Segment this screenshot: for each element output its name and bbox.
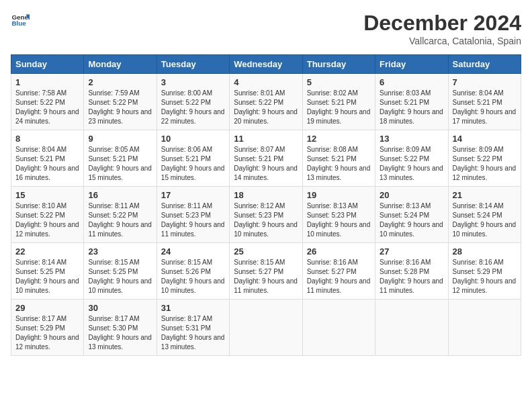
day-info: Sunrise: 8:11 AMSunset: 5:23 PMDaylight:… [161, 201, 225, 239]
table-row: 29Sunrise: 8:17 AMSunset: 5:29 PMDayligh… [11, 300, 84, 356]
title-area: December 2024 Vallcarca, Catalonia, Spai… [363, 11, 521, 46]
day-info: Sunrise: 8:08 AMSunset: 5:21 PMDaylight:… [307, 145, 371, 183]
day-number: 13 [380, 134, 443, 144]
day-number: 18 [234, 190, 298, 200]
day-number: 7 [453, 77, 517, 87]
header-thursday: Thursday [302, 55, 375, 74]
day-number: 28 [453, 246, 517, 257]
table-row: 24Sunrise: 8:15 AMSunset: 5:26 PMDayligh… [157, 243, 229, 300]
day-number: 11 [234, 134, 298, 144]
day-info: Sunrise: 8:10 AMSunset: 5:22 PMDaylight:… [15, 201, 79, 239]
day-info: Sunrise: 8:07 AMSunset: 5:21 PMDaylight:… [234, 145, 298, 183]
day-number: 15 [15, 190, 79, 200]
day-info: Sunrise: 8:17 AMSunset: 5:29 PMDaylight:… [15, 314, 79, 352]
day-number: 1 [15, 77, 79, 87]
table-row [448, 300, 521, 356]
day-info: Sunrise: 7:59 AMSunset: 5:22 PMDaylight:… [88, 89, 152, 126]
day-number: 27 [380, 246, 443, 257]
day-number: 16 [88, 190, 152, 200]
header-saturday: Saturday [448, 55, 521, 74]
table-row: 19Sunrise: 8:13 AMSunset: 5:23 PMDayligh… [302, 187, 375, 243]
table-row: 15Sunrise: 8:10 AMSunset: 5:22 PMDayligh… [11, 187, 84, 243]
logo: General Blue [11, 11, 30, 30]
table-row: 23Sunrise: 8:15 AMSunset: 5:25 PMDayligh… [84, 243, 157, 300]
calendar-week-row: 29Sunrise: 8:17 AMSunset: 5:29 PMDayligh… [11, 300, 521, 356]
day-info: Sunrise: 8:01 AMSunset: 5:22 PMDaylight:… [234, 89, 298, 126]
day-number: 12 [307, 134, 371, 144]
day-number: 8 [15, 134, 79, 144]
day-number: 17 [161, 190, 225, 200]
day-info: Sunrise: 8:12 AMSunset: 5:23 PMDaylight:… [234, 201, 298, 239]
day-info: Sunrise: 7:58 AMSunset: 5:22 PMDaylight:… [15, 89, 79, 126]
table-row: 17Sunrise: 8:11 AMSunset: 5:23 PMDayligh… [157, 187, 229, 243]
day-number: 25 [234, 246, 298, 257]
day-number: 14 [453, 134, 517, 144]
calendar-week-row: 1Sunrise: 7:58 AMSunset: 5:22 PMDaylight… [11, 74, 521, 130]
day-number: 30 [88, 303, 152, 313]
location: Vallcarca, Catalonia, Spain [363, 36, 521, 46]
day-info: Sunrise: 8:00 AMSunset: 5:22 PMDaylight:… [161, 89, 225, 126]
table-row: 9Sunrise: 8:05 AMSunset: 5:21 PMDaylight… [84, 130, 157, 187]
month-title: December 2024 [363, 11, 521, 36]
day-info: Sunrise: 8:14 AMSunset: 5:25 PMDaylight:… [15, 258, 79, 295]
calendar-table: Sunday Monday Tuesday Wednesday Thursday… [11, 54, 521, 356]
table-row: 6Sunrise: 8:03 AMSunset: 5:21 PMDaylight… [375, 74, 448, 130]
header: General Blue December 2024 Vallcarca, Ca… [11, 11, 521, 46]
day-info: Sunrise: 8:04 AMSunset: 5:21 PMDaylight:… [15, 145, 79, 183]
day-number: 4 [234, 77, 298, 87]
day-number: 24 [161, 246, 225, 257]
day-info: Sunrise: 8:13 AMSunset: 5:24 PMDaylight:… [380, 201, 443, 239]
days-header-row: Sunday Monday Tuesday Wednesday Thursday… [11, 55, 521, 74]
table-row: 10Sunrise: 8:06 AMSunset: 5:21 PMDayligh… [157, 130, 229, 187]
day-info: Sunrise: 8:16 AMSunset: 5:29 PMDaylight:… [453, 258, 517, 295]
table-row: 31Sunrise: 8:17 AMSunset: 5:31 PMDayligh… [157, 300, 229, 356]
table-row: 1Sunrise: 7:58 AMSunset: 5:22 PMDaylight… [11, 74, 84, 130]
day-info: Sunrise: 8:16 AMSunset: 5:27 PMDaylight:… [307, 258, 371, 295]
table-row [230, 300, 302, 356]
day-number: 9 [88, 134, 152, 144]
day-info: Sunrise: 8:02 AMSunset: 5:21 PMDaylight:… [307, 89, 371, 126]
day-info: Sunrise: 8:09 AMSunset: 5:22 PMDaylight:… [380, 145, 443, 183]
day-number: 19 [307, 190, 371, 200]
table-row: 5Sunrise: 8:02 AMSunset: 5:21 PMDaylight… [302, 74, 375, 130]
day-number: 5 [307, 77, 371, 87]
day-info: Sunrise: 8:04 AMSunset: 5:21 PMDaylight:… [453, 89, 517, 126]
day-number: 29 [15, 303, 79, 313]
calendar-week-row: 8Sunrise: 8:04 AMSunset: 5:21 PMDaylight… [11, 130, 521, 187]
table-row: 25Sunrise: 8:15 AMSunset: 5:27 PMDayligh… [230, 243, 302, 300]
day-number: 22 [15, 246, 79, 257]
day-info: Sunrise: 8:14 AMSunset: 5:24 PMDaylight:… [453, 201, 517, 239]
day-info: Sunrise: 8:17 AMSunset: 5:31 PMDaylight:… [161, 314, 225, 352]
table-row: 7Sunrise: 8:04 AMSunset: 5:21 PMDaylight… [448, 74, 521, 130]
header-tuesday: Tuesday [157, 55, 229, 74]
table-row: 13Sunrise: 8:09 AMSunset: 5:22 PMDayligh… [375, 130, 448, 187]
day-number: 20 [380, 190, 443, 200]
day-number: 10 [161, 134, 225, 144]
table-row: 30Sunrise: 8:17 AMSunset: 5:30 PMDayligh… [84, 300, 157, 356]
day-info: Sunrise: 8:03 AMSunset: 5:21 PMDaylight:… [380, 89, 443, 126]
table-row: 20Sunrise: 8:13 AMSunset: 5:24 PMDayligh… [375, 187, 448, 243]
table-row: 14Sunrise: 8:09 AMSunset: 5:22 PMDayligh… [448, 130, 521, 187]
table-row: 28Sunrise: 8:16 AMSunset: 5:29 PMDayligh… [448, 243, 521, 300]
table-row [302, 300, 375, 356]
header-sunday: Sunday [11, 55, 84, 74]
svg-text:Blue: Blue [11, 19, 26, 27]
header-friday: Friday [375, 55, 448, 74]
header-wednesday: Wednesday [230, 55, 302, 74]
table-row: 2Sunrise: 7:59 AMSunset: 5:22 PMDaylight… [84, 74, 157, 130]
day-info: Sunrise: 8:05 AMSunset: 5:21 PMDaylight:… [88, 145, 152, 183]
day-info: Sunrise: 8:15 AMSunset: 5:27 PMDaylight:… [234, 258, 298, 295]
day-info: Sunrise: 8:09 AMSunset: 5:22 PMDaylight:… [453, 145, 517, 183]
day-number: 26 [307, 246, 371, 257]
logo-icon: General Blue [11, 11, 30, 30]
table-row: 26Sunrise: 8:16 AMSunset: 5:27 PMDayligh… [302, 243, 375, 300]
day-number: 3 [161, 77, 225, 87]
header-monday: Monday [84, 55, 157, 74]
day-info: Sunrise: 8:17 AMSunset: 5:30 PMDaylight:… [88, 314, 152, 352]
table-row: 18Sunrise: 8:12 AMSunset: 5:23 PMDayligh… [230, 187, 302, 243]
table-row: 3Sunrise: 8:00 AMSunset: 5:22 PMDaylight… [157, 74, 229, 130]
table-row: 4Sunrise: 8:01 AMSunset: 5:22 PMDaylight… [230, 74, 302, 130]
day-number: 23 [88, 246, 152, 257]
table-row: 21Sunrise: 8:14 AMSunset: 5:24 PMDayligh… [448, 187, 521, 243]
table-row: 12Sunrise: 8:08 AMSunset: 5:21 PMDayligh… [302, 130, 375, 187]
